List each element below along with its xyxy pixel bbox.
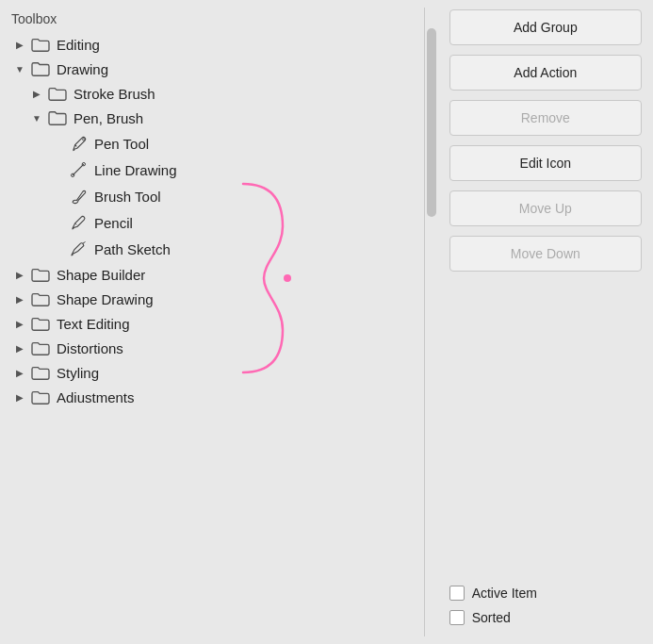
tree-arrow-drawing[interactable] (11, 60, 28, 77)
label-line-drawing: Line Drawing (94, 162, 177, 178)
svg-point-3 (82, 163, 85, 166)
icon-pencil (66, 212, 90, 233)
label-shape-builder: Shape Builder (57, 267, 145, 283)
label-distortions: Distortions (57, 340, 123, 356)
tree-arrow-editing[interactable] (11, 36, 28, 53)
tree-item-drawing[interactable]: Drawing (8, 57, 424, 81)
tree-item-pen-tool[interactable]: Pen Tool (8, 130, 424, 157)
tree-arrow-stroke-brush[interactable] (28, 85, 45, 102)
tree-item-pen-brush[interactable]: Pen, Brush (8, 106, 424, 130)
tree-item-shape-drawing[interactable]: Shape Drawing (8, 287, 424, 311)
move-up-button: Move Up (449, 190, 642, 226)
tree-container: Editing Drawing Stroke Brush Pen, Brush … (8, 32, 424, 409)
svg-point-0 (83, 139, 86, 141)
checkbox-active-item[interactable] (449, 586, 465, 601)
icon-drawing (28, 59, 53, 78)
checkbox-sorted[interactable] (449, 610, 465, 625)
tree-arrow-distortions[interactable] (11, 339, 28, 356)
svg-line-1 (73, 164, 84, 175)
move-down-button: Move Down (449, 236, 642, 272)
label-editing: Editing (57, 37, 100, 53)
label-pen-brush: Pen, Brush (73, 110, 143, 126)
tree-item-shape-builder[interactable]: Shape Builder (8, 262, 424, 287)
tree-item-editing[interactable]: Editing (8, 32, 424, 57)
checkbox-row-active-item[interactable]: Active Item (449, 586, 642, 601)
tree-item-pencil[interactable]: Pencil (8, 209, 424, 236)
label-stroke-brush: Stroke Brush (73, 86, 155, 102)
tree-item-line-drawing[interactable]: Line Drawing (8, 157, 424, 183)
edit-icon-button[interactable]: Edit Icon (449, 145, 642, 181)
buttons-container: Add GroupAdd ActionRemoveEdit IconMove U… (449, 9, 642, 281)
right-panel: Add GroupAdd ActionRemoveEdit IconMove U… (438, 0, 653, 644)
tree-item-brush-tool[interactable]: Brush Tool (8, 183, 424, 209)
add-action-button[interactable]: Add Action (449, 55, 642, 91)
icon-stroke-brush (45, 84, 70, 103)
icon-line-drawing (66, 159, 90, 180)
label-adjustments: Adiustments (57, 389, 135, 405)
scrollbar-thumb[interactable] (427, 28, 436, 217)
icon-adjustments (28, 388, 53, 406)
tree-arrow-pen-brush[interactable] (28, 109, 45, 126)
icon-shape-builder (28, 265, 53, 284)
remove-button: Remove (449, 100, 642, 136)
tree-arrow-text-editing[interactable] (11, 315, 28, 332)
icon-editing (28, 35, 53, 54)
tree-item-text-editing[interactable]: Text Editing (8, 311, 424, 336)
icon-path-sketch (66, 239, 90, 259)
tree-item-stroke-brush[interactable]: Stroke Brush (8, 81, 424, 106)
tree-item-path-sketch[interactable]: Path Sketch (8, 236, 424, 262)
svg-line-4 (83, 242, 86, 244)
icon-shape-drawing (28, 289, 53, 308)
tree-arrow-styling[interactable] (11, 364, 28, 381)
icon-pen-brush (45, 108, 70, 127)
icon-styling (28, 363, 53, 382)
tree-item-adjustments[interactable]: Adiustments (8, 385, 424, 409)
tree-arrow-shape-builder[interactable] (11, 266, 28, 283)
checkboxes-container: Active ItemSorted (449, 586, 642, 635)
icon-pen-tool (66, 133, 90, 154)
icon-brush-tool (66, 186, 90, 206)
icon-distortions (28, 339, 53, 357)
icon-text-editing (28, 314, 53, 333)
checkbox-label-active-item: Active Item (472, 586, 537, 601)
label-text-editing: Text Editing (57, 316, 130, 332)
label-brush-tool: Brush Tool (94, 189, 161, 205)
label-path-sketch: Path Sketch (94, 241, 171, 257)
svg-point-2 (72, 173, 74, 176)
label-pencil: Pencil (94, 215, 133, 231)
spacer (449, 281, 642, 586)
tree-arrow-adjustments[interactable] (11, 388, 28, 405)
checkbox-row-sorted[interactable]: Sorted (449, 610, 642, 625)
checkbox-label-sorted: Sorted (472, 610, 511, 625)
label-pen-tool: Pen Tool (94, 136, 149, 152)
tree-item-distortions[interactable]: Distortions (8, 336, 424, 360)
toolbox-title: Toolbox (8, 8, 424, 32)
label-styling: Styling (57, 365, 99, 381)
label-shape-drawing: Shape Drawing (57, 291, 154, 307)
add-group-button[interactable]: Add Group (449, 9, 642, 45)
scrollbar-area (425, 0, 438, 644)
label-drawing: Drawing (57, 61, 108, 77)
tree-arrow-shape-drawing[interactable] (11, 290, 28, 307)
main-container: Toolbox Editing Drawing Stroke Brush Pen… (0, 0, 653, 644)
tree-item-styling[interactable]: Styling (8, 360, 424, 385)
left-panel: Toolbox Editing Drawing Stroke Brush Pen… (0, 0, 424, 644)
